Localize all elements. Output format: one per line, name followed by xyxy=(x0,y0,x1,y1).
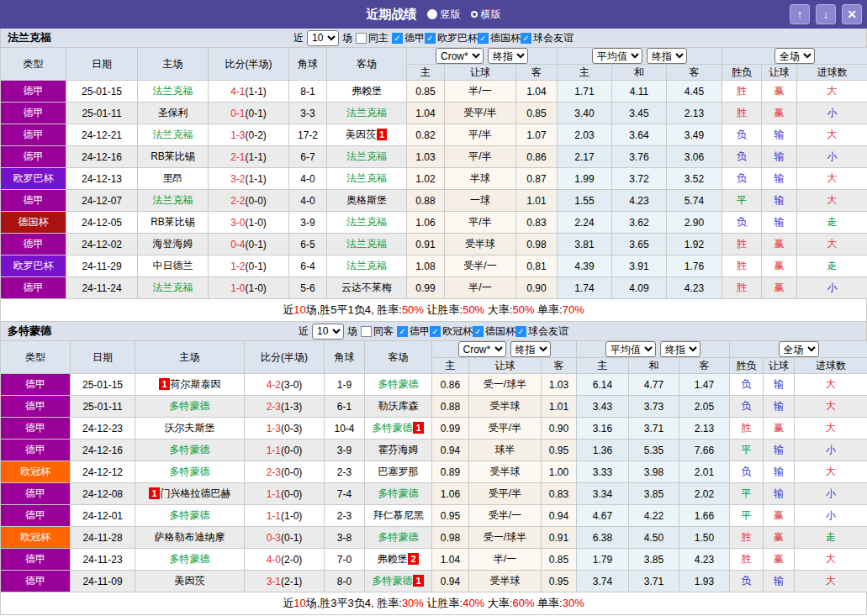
date-cell: 24-12-16 xyxy=(66,146,138,168)
average-period-select[interactable]: 终指 xyxy=(660,341,700,357)
away-team-cell: 法兰克福 xyxy=(327,234,407,255)
home-team-cell: 圣保利 xyxy=(138,103,209,124)
league-filter-label: 球会友谊 xyxy=(528,324,568,339)
goals-result-cell: 小 xyxy=(797,146,867,168)
away-odds-cell: 1.01 xyxy=(542,396,577,418)
result-cell: 胜 xyxy=(722,81,762,103)
full-time-score: 4-0 xyxy=(267,554,281,566)
league-type-cell: 德甲 xyxy=(1,440,71,461)
table-header: 类型 日期 主场 比分(半场) 角球 客场 Crow* 终指 平均值 xyxy=(1,341,867,374)
league-filter-checkbox[interactable]: ✓德国杯 xyxy=(478,31,521,45)
move-up-button[interactable]: ↑ xyxy=(790,4,810,24)
odds-period-select[interactable]: 终指 xyxy=(510,341,551,357)
league-filter-checkbox[interactable]: ✓欧冠杯 xyxy=(430,324,473,339)
team-label: 法兰克福 xyxy=(346,238,387,250)
home-team-cell: 海登海姆 xyxy=(138,234,209,255)
home-odds-cell: 1.04 xyxy=(407,103,445,124)
league-type-cell: 欧冠杯 xyxy=(1,461,71,483)
recent-count-select[interactable]: 10 xyxy=(307,30,339,46)
half-time-score: (1-0) xyxy=(246,217,267,229)
league-filter-checkbox[interactable]: ✓德国杯 xyxy=(473,324,515,339)
col-avg-home: 主 xyxy=(558,65,612,81)
away-team-cell: 巴塞罗那 xyxy=(365,461,432,483)
league-filter-checkbox[interactable]: ✓球会友谊 xyxy=(521,31,574,45)
col-handicap: 让球 xyxy=(469,358,542,374)
col-home: 主场 xyxy=(135,341,245,374)
result-cell: 负 xyxy=(722,168,762,190)
goals-result-cell: 小 xyxy=(797,103,867,124)
score-cell: 0-4(0-1) xyxy=(209,234,289,255)
result-cell: 胜 xyxy=(722,277,762,299)
match-row: 德国杯24-12-05RB莱比锡3-0(1-0)3-9法兰克福1.06平/半0.… xyxy=(1,212,867,234)
summary-text: 大率: xyxy=(484,303,512,316)
goals-result-cell: 大 xyxy=(795,396,867,418)
away-team-cell: 多特蒙德 xyxy=(365,527,432,549)
same-venue-checkbox[interactable]: 同主 xyxy=(356,31,389,45)
corner-cell: 7-4 xyxy=(325,483,365,505)
home-team-cell: 多特蒙德 xyxy=(135,396,245,418)
odds-period-select[interactable]: 终指 xyxy=(488,48,528,64)
close-button[interactable]: ✕ xyxy=(842,4,862,24)
team-label: 拜仁慕尼黑 xyxy=(373,509,424,521)
home-team-cell: 多特蒙德 xyxy=(135,505,245,527)
handicap-cell: 受一/球半 xyxy=(469,374,542,396)
away-team-cell: 法兰克福 xyxy=(327,255,407,277)
goals-result-cell: 小 xyxy=(795,505,867,527)
avg-home-cell: 2.03 xyxy=(558,124,612,146)
avg-draw-cell: 4.50 xyxy=(629,527,679,549)
score-cell: 4-0(2-0) xyxy=(245,549,325,571)
league-filter-checkbox[interactable]: ✓德甲 xyxy=(397,324,430,339)
half-time-score: (0-1) xyxy=(246,108,267,119)
red-card-badge: 2 xyxy=(408,553,418,565)
same-venue-checkbox[interactable]: 同客 xyxy=(361,324,394,339)
match-row: 德甲24-12-23沃尔夫斯堡1-3(0-3)10-4多特蒙德10.99受平/半… xyxy=(1,418,867,440)
match-row: 德甲24-11-23多特蒙德4-0(2-0)7-0弗赖堡21.04半/一0.85… xyxy=(1,549,867,571)
goals-result-cell: 大 xyxy=(797,168,867,190)
horizontal-layout-radio[interactable]: 横版 xyxy=(471,8,501,22)
average-source-select[interactable]: 平均值 xyxy=(592,48,642,64)
team-label: 门兴格拉德巴赫 xyxy=(161,487,231,499)
bookmaker-select[interactable]: Crow* xyxy=(458,341,506,357)
matches-table: 类型 日期 主场 比分(半场) 角球 客场 Crow* 终指 平均值 xyxy=(0,340,867,592)
league-filter-checkbox[interactable]: ✓德甲 xyxy=(392,31,425,45)
team-label: 多特蒙德 xyxy=(170,444,210,455)
league-type-cell: 德甲 xyxy=(1,396,71,418)
vertical-layout-radio[interactable]: 竖版 xyxy=(427,8,461,22)
home-odds-cell: 0.85 xyxy=(407,81,445,103)
avg-away-cell: 3.06 xyxy=(667,146,722,168)
bookmaker-select[interactable]: Crow* xyxy=(436,48,484,64)
col-away: 客场 xyxy=(365,341,432,374)
corner-cell: 2-3 xyxy=(325,461,365,483)
date-cell: 24-12-07 xyxy=(66,190,138,212)
col-goals: 进球数 xyxy=(795,358,867,374)
date-cell: 24-12-02 xyxy=(66,234,138,255)
score-cell: 4-2(3-0) xyxy=(245,374,325,396)
home-team-cell: 1门兴格拉德巴赫 xyxy=(135,483,245,505)
move-down-button[interactable]: ↓ xyxy=(816,4,836,24)
home-team-cell: 萨格勒布迪纳摩 xyxy=(135,527,245,549)
col-avg-draw: 和 xyxy=(629,358,679,374)
league-filter-checkbox[interactable]: ✓欧罗巴杯 xyxy=(425,31,478,45)
home-team-cell: 1荷尔斯泰因 xyxy=(135,374,245,396)
scope-select[interactable]: 全场 xyxy=(774,48,815,64)
avg-away-cell: 1.66 xyxy=(679,505,730,527)
date-cell: 24-12-13 xyxy=(66,168,138,190)
corner-cell: 6-5 xyxy=(289,234,327,255)
avg-home-cell: 1.74 xyxy=(558,277,612,299)
away-team-cell: 法兰克福 xyxy=(327,146,407,168)
score-cell: 2-3(0-0) xyxy=(245,461,325,483)
average-source-select[interactable]: 平均值 xyxy=(605,341,656,357)
handicap-cell: 平/半 xyxy=(445,124,516,146)
league-filter-group: ✓德甲✓欧冠杯✓德国杯✓球会友谊 xyxy=(397,324,568,339)
league-filter-checkbox[interactable]: ✓球会友谊 xyxy=(515,324,568,339)
match-row: 德甲24-12-01多特蒙德1-1(1-0)2-3拜仁慕尼黑0.95受半/一0.… xyxy=(1,505,867,527)
average-period-select[interactable]: 终指 xyxy=(647,48,687,64)
league-filter-label: 德甲 xyxy=(410,324,430,339)
result-cell: 胜 xyxy=(722,255,762,277)
page-title: 近期战绩 xyxy=(367,7,417,23)
recent-count-select[interactable]: 10 xyxy=(312,324,344,340)
scope-select[interactable]: 全场 xyxy=(779,341,819,357)
result-cell: 胜 xyxy=(730,527,764,549)
away-team-cell: 法兰克福 xyxy=(327,168,407,190)
away-team-cell: 法兰克福 xyxy=(327,212,407,234)
